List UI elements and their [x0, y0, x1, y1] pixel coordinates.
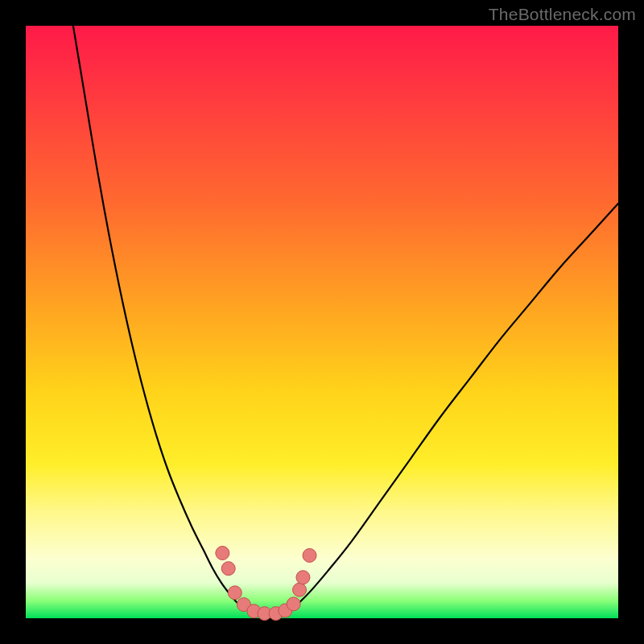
- valley-marker: [303, 548, 316, 562]
- valley-marker: [296, 571, 310, 584]
- valley-marker: [293, 583, 307, 597]
- watermark-text: TheBottleneck.com: [489, 5, 636, 24]
- chart-frame: TheBottleneck.com: [0, 0, 644, 644]
- valley-marker: [221, 562, 235, 576]
- valley-markers: [216, 547, 316, 621]
- valley-marker: [228, 586, 242, 600]
- valley-marker: [216, 547, 229, 560]
- bottleneck-curve: [73, 26, 618, 614]
- valley-marker: [287, 597, 300, 611]
- curve-layer: [26, 26, 618, 618]
